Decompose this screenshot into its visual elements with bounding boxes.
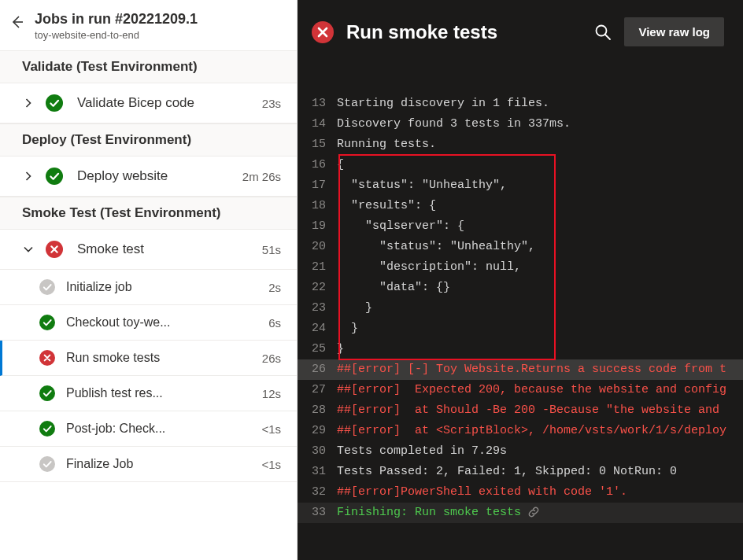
job-row[interactable]: Validate Bicep code23s — [0, 83, 297, 123]
log-line: 13Starting discovery in 1 files. — [298, 94, 743, 114]
line-number: 31 — [298, 462, 337, 482]
step-row[interactable]: Initialize job2s — [0, 270, 297, 305]
step-row[interactable]: Finalize Job<1s — [0, 447, 297, 482]
line-text: Finishing: Run smoke tests — [337, 503, 743, 523]
stage-label: Smoke Test (Test Environment) — [0, 197, 297, 230]
line-number: 25 — [298, 339, 337, 359]
svg-point-8 — [39, 456, 55, 472]
step-label: Initialize job — [66, 280, 262, 294]
chevron-right-icon[interactable] — [22, 97, 35, 109]
chevron-down-icon[interactable] — [22, 243, 35, 256]
line-text: } — [337, 298, 743, 319]
step-duration: 6s — [268, 316, 281, 330]
line-number: 18 — [298, 196, 337, 216]
line-number: 23 — [298, 298, 337, 319]
log-line: 30Tests completed in 7.29s — [298, 441, 743, 462]
step-label: Checkout toy-we... — [66, 315, 262, 330]
line-number: 21 — [298, 257, 337, 278]
line-number: 22 — [298, 278, 337, 298]
line-text: ##[error] Expected 200, because the webs… — [337, 380, 743, 400]
log-line: 33Finishing: Run smoke tests — [298, 503, 743, 523]
step-duration: <1s — [261, 422, 281, 436]
step-row[interactable]: Run smoke tests26s — [0, 341, 297, 376]
log-line: 21 "description": null, — [298, 257, 743, 278]
stage-label: Validate (Test Environment) — [0, 50, 297, 83]
log-line: 24 } — [298, 319, 743, 339]
step-duration: 12s — [262, 387, 281, 400]
log-line: 20 "status": "Unhealthy", — [298, 237, 743, 257]
log-header: Run smoke tests View raw log — [298, 0, 743, 62]
step-duration: 2s — [268, 281, 281, 294]
line-text: "status": "Unhealthy", — [337, 237, 743, 257]
job-label: Smoke test — [77, 241, 256, 257]
line-text: "data": {} — [337, 278, 743, 298]
step-row[interactable]: Checkout toy-we...6s — [0, 305, 297, 341]
line-number: 32 — [298, 482, 337, 503]
log-line: 23 } — [298, 298, 743, 319]
line-text: } — [337, 339, 743, 359]
line-number: 26 — [298, 359, 337, 380]
log-line: 26##[error] [-] Toy Website.Returns a su… — [298, 359, 743, 380]
log-line: 29##[error] at <ScriptBlock>, /home/vsts… — [298, 421, 743, 441]
error-icon — [312, 21, 334, 43]
line-text: ##[error] at Should -Be 200 -Because "th… — [337, 400, 743, 421]
line-text: "results": { — [337, 196, 743, 216]
svg-point-7 — [39, 421, 55, 437]
log-line: 27##[error] Expected 200, because the we… — [298, 380, 743, 400]
log-line: 15Running tests. — [298, 134, 743, 155]
svg-point-1 — [46, 168, 63, 185]
log-line: 25} — [298, 339, 743, 359]
step-label: Run smoke tests — [66, 351, 256, 365]
log-line: 19 "sqlserver": { — [298, 216, 743, 237]
line-number: 19 — [298, 216, 337, 237]
view-raw-log-button[interactable]: View raw log — [624, 17, 724, 46]
success-icon — [39, 385, 55, 401]
log-line: 18 "results": { — [298, 196, 743, 216]
job-duration: 23s — [262, 97, 281, 110]
job-row[interactable]: Smoke test51s — [0, 230, 297, 270]
log-line: 31Tests Passed: 2, Failed: 1, Skipped: 0… — [298, 462, 743, 482]
back-arrow-icon[interactable] — [9, 14, 25, 30]
line-number: 20 — [298, 237, 337, 257]
line-text: Tests Passed: 2, Failed: 1, Skipped: 0 N… — [337, 462, 743, 482]
step-label: Publish test res... — [66, 386, 256, 400]
line-text: Tests completed in 7.29s — [337, 441, 743, 462]
line-text: Running tests. — [337, 134, 743, 155]
job-label: Deploy website — [77, 168, 236, 184]
log-line: 22 "data": {} — [298, 278, 743, 298]
step-row[interactable]: Post-job: Check...<1s — [0, 411, 297, 447]
line-text: ##[error] at <ScriptBlock>, /home/vsts/w… — [337, 421, 743, 441]
step-duration: 26s — [262, 352, 281, 365]
line-number: 16 — [298, 155, 337, 175]
line-text: Discovery found 3 tests in 337ms. — [337, 114, 743, 134]
svg-point-0 — [46, 94, 63, 112]
job-duration: 51s — [262, 243, 281, 256]
search-icon[interactable] — [594, 24, 612, 41]
log-line: 14Discovery found 3 tests in 337ms. — [298, 114, 743, 134]
step-label: Finalize Job — [66, 457, 255, 471]
step-duration: <1s — [261, 458, 281, 471]
chevron-right-icon[interactable] — [22, 170, 35, 182]
permalink-icon[interactable] — [527, 506, 540, 518]
log-line: 17 "status": "Unhealthy", — [298, 175, 743, 196]
run-title: Jobs in run #20221209.1 — [35, 11, 284, 28]
success-icon — [39, 421, 55, 437]
line-number: 28 — [298, 400, 337, 421]
line-number: 17 — [298, 175, 337, 196]
line-text: "sqlserver": { — [337, 216, 743, 237]
step-label: Post-job: Check... — [66, 422, 255, 436]
line-number: 24 — [298, 319, 337, 339]
step-row[interactable]: Publish test res...12s — [0, 376, 297, 411]
log-output[interactable]: 13Starting discovery in 1 files.14Discov… — [298, 62, 743, 560]
stage-label: Deploy (Test Environment) — [0, 123, 297, 157]
line-text: ##[error] [-] Toy Website.Returns a succ… — [337, 359, 743, 380]
job-row[interactable]: Deploy website2m 26s — [0, 157, 297, 197]
line-text: "status": "Unhealthy", — [337, 175, 743, 196]
line-text: "description": null, — [337, 257, 743, 278]
success-icon — [46, 94, 63, 112]
log-line: 28##[error] at Should -Be 200 -Because "… — [298, 400, 743, 421]
line-number: 13 — [298, 94, 337, 114]
jobs-panel: Jobs in run #20221209.1 toy-website-end-… — [0, 0, 298, 560]
line-number: 27 — [298, 380, 337, 400]
panel-header: Jobs in run #20221209.1 toy-website-end-… — [0, 0, 297, 50]
